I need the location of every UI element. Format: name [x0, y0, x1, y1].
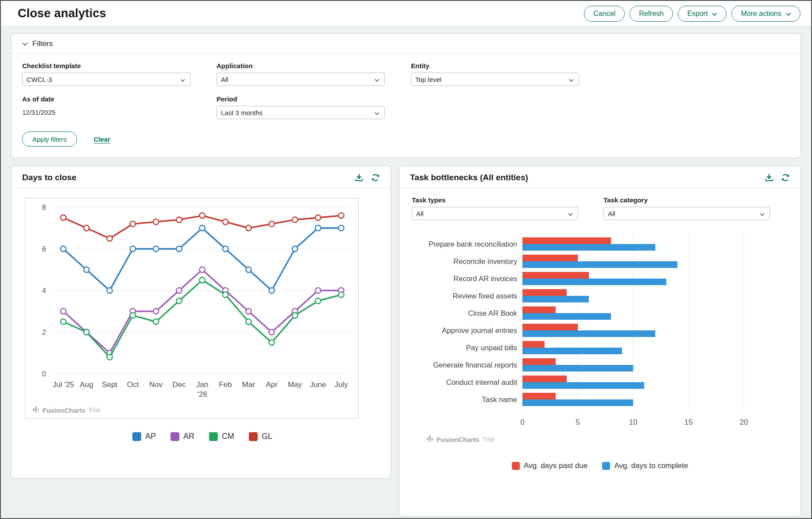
bar-avg-days-past-due[interactable]: [522, 358, 556, 365]
data-point-marker[interactable]: [61, 309, 66, 314]
legend-item-ar[interactable]: AR: [170, 432, 194, 441]
data-point-marker[interactable]: [107, 354, 112, 360]
x-tick-label: Aug: [80, 380, 93, 389]
data-point-marker[interactable]: [292, 246, 298, 252]
task-bottlenecks-body: Task types All Task category A: [399, 189, 800, 470]
task-types-value: All: [416, 210, 424, 217]
refresh-chart-button[interactable]: [371, 173, 380, 182]
data-point-marker[interactable]: [153, 219, 159, 225]
fusioncharts-watermark: FusionCharts Trial: [33, 406, 100, 414]
data-point-marker[interactable]: [176, 217, 182, 222]
more-actions-button[interactable]: More actions: [731, 6, 800, 22]
legend-swatch: [602, 462, 610, 470]
refresh-icon: [781, 177, 790, 183]
data-point-marker[interactable]: [315, 215, 321, 220]
data-point-marker[interactable]: [61, 215, 66, 220]
bar-avg-days-to-complete[interactable]: [522, 313, 611, 320]
data-point-marker[interactable]: [200, 225, 205, 231]
task-types-select[interactable]: All: [412, 207, 578, 220]
filters-header[interactable]: Filters: [12, 34, 800, 54]
data-point-marker[interactable]: [84, 267, 89, 272]
refresh-button[interactable]: Refresh: [630, 6, 673, 22]
data-point-marker[interactable]: [107, 288, 112, 293]
data-point-marker[interactable]: [84, 225, 89, 231]
application-select[interactable]: All: [217, 73, 385, 86]
data-point-marker[interactable]: [61, 246, 66, 252]
data-point-marker[interactable]: [246, 309, 251, 314]
data-point-marker[interactable]: [315, 298, 321, 303]
period-select[interactable]: Last 3 months: [217, 106, 385, 119]
data-point-marker[interactable]: [269, 221, 275, 226]
data-point-marker[interactable]: [61, 319, 66, 324]
data-point-marker[interactable]: [292, 313, 298, 318]
legend-item-ap[interactable]: AP: [132, 432, 156, 441]
data-point-marker[interactable]: [269, 340, 275, 345]
apply-filters-button[interactable]: Apply filters: [22, 132, 77, 147]
entity-select[interactable]: Top level: [411, 73, 579, 86]
data-point-marker[interactable]: [153, 246, 159, 252]
checklist-template-select[interactable]: CWCL-3: [22, 73, 190, 86]
data-point-marker[interactable]: [176, 246, 182, 252]
data-point-marker[interactable]: [223, 292, 228, 297]
data-point-marker[interactable]: [223, 246, 228, 252]
data-point-marker[interactable]: [246, 319, 251, 324]
bar-avg-days-past-due[interactable]: [522, 341, 545, 348]
data-point-marker[interactable]: [130, 221, 135, 226]
data-point-marker[interactable]: [246, 225, 251, 231]
bar-avg-days-to-complete[interactable]: [522, 399, 633, 406]
data-point-marker[interactable]: [130, 246, 135, 252]
bar-avg-days-to-complete[interactable]: [522, 330, 655, 337]
cancel-button[interactable]: Cancel: [584, 6, 625, 22]
legend-item-avg-days-to-complete[interactable]: Avg. days to complete: [602, 461, 688, 470]
download-button[interactable]: [765, 173, 773, 182]
data-point-marker[interactable]: [338, 225, 344, 231]
bar-avg-days-to-complete[interactable]: [522, 296, 589, 302]
data-point-marker[interactable]: [223, 219, 228, 225]
data-point-marker[interactable]: [292, 217, 298, 222]
data-point-marker[interactable]: [176, 288, 182, 293]
legend-item-cm[interactable]: CM: [209, 432, 234, 441]
legend-item-avg-days-past-due[interactable]: Avg. days past due: [512, 461, 588, 470]
task-category-select[interactable]: All: [603, 207, 770, 220]
data-point-marker[interactable]: [269, 288, 275, 293]
data-point-marker[interactable]: [315, 288, 321, 293]
data-point-marker[interactable]: [269, 329, 275, 335]
bar-avg-days-past-due[interactable]: [522, 237, 611, 244]
bar-avg-days-past-due[interactable]: [522, 376, 567, 382]
bar-avg-days-past-due[interactable]: [522, 324, 578, 330]
bar-avg-days-to-complete[interactable]: [522, 261, 677, 268]
bar-avg-days-past-due[interactable]: [522, 272, 589, 279]
chevron-down-icon: [712, 10, 717, 18]
field-period: Period Last 3 months: [217, 95, 411, 119]
data-point-marker[interactable]: [338, 292, 344, 297]
data-point-marker[interactable]: [200, 213, 205, 218]
data-point-marker[interactable]: [84, 329, 89, 335]
clear-filters-link[interactable]: Clear: [94, 136, 111, 143]
bar-avg-days-to-complete[interactable]: [522, 244, 655, 251]
bar-avg-days-past-due[interactable]: [522, 255, 578, 261]
bar-avg-days-past-due[interactable]: [522, 393, 556, 399]
legend-item-gl[interactable]: GL: [249, 432, 272, 441]
data-point-marker[interactable]: [200, 277, 205, 283]
bar-avg-days-past-due[interactable]: [522, 289, 567, 296]
bar-avg-days-past-due[interactable]: [522, 306, 556, 313]
bar-avg-days-to-complete[interactable]: [522, 365, 633, 372]
export-button[interactable]: Export: [678, 6, 727, 22]
download-button[interactable]: [355, 173, 363, 182]
bar-avg-days-to-complete[interactable]: [522, 279, 666, 285]
y-tick-label: 8: [42, 204, 46, 211]
period-value: Last 3 months: [221, 109, 263, 116]
data-point-marker[interactable]: [200, 267, 205, 272]
data-point-marker[interactable]: [315, 225, 321, 231]
data-point-marker[interactable]: [338, 213, 344, 218]
data-point-marker[interactable]: [107, 236, 112, 241]
bar-avg-days-to-complete[interactable]: [522, 348, 622, 354]
refresh-chart-button[interactable]: [781, 173, 790, 182]
data-point-marker[interactable]: [176, 298, 182, 303]
data-point-marker[interactable]: [246, 267, 251, 272]
data-point-marker[interactable]: [153, 319, 159, 324]
bar-avg-days-to-complete[interactable]: [522, 382, 644, 389]
data-point-marker[interactable]: [130, 313, 135, 318]
data-point-marker[interactable]: [153, 309, 159, 314]
chevron-down-icon: [569, 76, 574, 83]
